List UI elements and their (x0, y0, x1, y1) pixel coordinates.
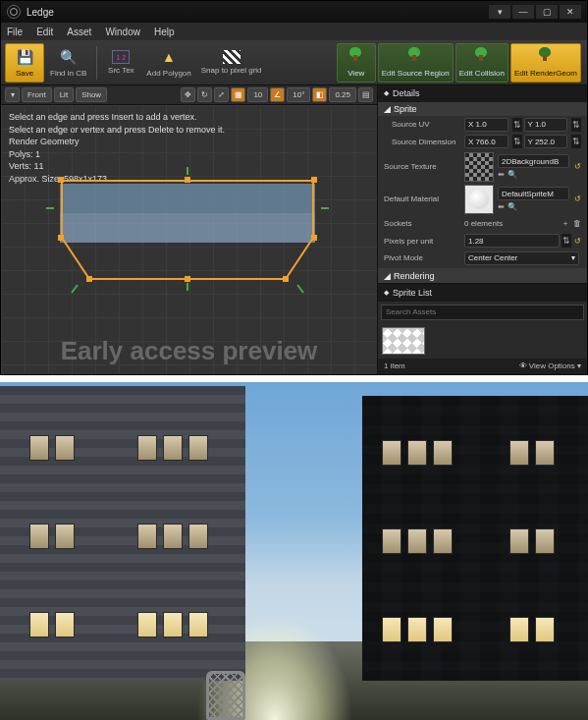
reset-icon[interactable]: ↺ (574, 237, 581, 246)
sprite-list-header[interactable]: ◆Sprite List (378, 284, 587, 302)
snap-label: Snap to pixel grid (201, 66, 262, 75)
sprite-editor-window: Ledge ▾ — ▢ ✕ File Edit Asset Window Hel… (0, 0, 588, 375)
svg-rect-1 (60, 213, 315, 243)
search-placeholder: Search Assets (386, 307, 436, 316)
save-icon: 💾 (15, 47, 34, 67)
sprite-geometry[interactable] (60, 179, 315, 287)
svg-rect-0 (60, 184, 315, 213)
sprite-thumb[interactable] (382, 327, 425, 355)
sprite-section-label: Sprite (394, 104, 417, 114)
sockets-row: Sockets 0 elements ＋ 🗑 (378, 215, 587, 232)
menu-edit[interactable]: Edit (36, 27, 53, 37)
tree-icon (536, 47, 556, 67)
src-tex-button[interactable]: 1 2 Src Tex (101, 43, 140, 83)
sprite-section[interactable]: ◢Sprite (378, 102, 587, 117)
save-button[interactable]: 💾 Save (5, 43, 44, 83)
source-uv-y[interactable]: Y 1.0 (524, 118, 568, 132)
menu-help[interactable]: Help (154, 27, 175, 37)
search-input[interactable]: Search Assets (381, 305, 584, 320)
spinner-icon[interactable]: ⇅ (512, 135, 522, 148)
reset-icon[interactable]: ↺ (574, 194, 581, 203)
hint-line-2: Select an edge or vertex and press Delet… (9, 124, 225, 137)
source-dim-y[interactable]: Y 252.0 (524, 135, 568, 148)
viewport-toolbar: ▾ Front Lit Show ✥ ↻ ⤢ ▦ 10 ∠ 10° ◧ 0.25… (1, 85, 377, 105)
clear-icon[interactable]: 🗑 (573, 219, 581, 228)
edit-render-geom-button[interactable]: Edit RenderGeom (510, 43, 581, 83)
default-material-row: Default Material DefaultSpriteM ⬅ 🔍 ↺ (378, 183, 587, 215)
details-title: Details (393, 88, 420, 98)
window-title: Ledge (27, 7, 54, 18)
add-polygon-button[interactable]: ▲ Add Polygon (142, 43, 194, 83)
pivot-row: Pivot Mode Center Center▾ (378, 249, 587, 266)
pivot-value[interactable]: Center Center▾ (464, 251, 579, 265)
default-material-value[interactable]: DefaultSpriteM (498, 187, 569, 200)
window-dropdown-icon[interactable]: ▾ (489, 5, 510, 19)
minimize-button[interactable]: — (512, 5, 534, 19)
rendering-section[interactable]: ◢Rendering (378, 268, 587, 283)
snap-button[interactable]: Snap to pixel grid (197, 43, 266, 83)
svg-rect-6 (311, 235, 317, 241)
polys-label: Polys: 1 (9, 148, 225, 161)
source-dim-label: Source Dimension (384, 138, 464, 146)
viewport-lit[interactable]: Lit (54, 87, 74, 102)
view-options-button[interactable]: 👁 View Options ▾ (519, 361, 581, 370)
transform-move-icon[interactable]: ✥ (181, 87, 195, 102)
add-icon[interactable]: ＋ (561, 218, 569, 229)
spinner-icon[interactable]: ⇅ (571, 118, 581, 132)
source-dim-x[interactable]: X 766.0 (464, 135, 508, 148)
spinner-icon[interactable]: ⇅ (571, 135, 581, 148)
close-button[interactable]: ✕ (560, 5, 581, 19)
svg-rect-8 (185, 276, 190, 282)
maximize-button[interactable]: ▢ (536, 5, 558, 19)
sockets-value: 0 elements (464, 219, 561, 228)
browse-asset-icon[interactable]: 🔍 (508, 202, 517, 211)
reset-icon[interactable]: ↺ (574, 162, 581, 171)
edit-source-region-button[interactable]: Edit Source Region (378, 43, 454, 83)
sprite-list-status: 1 item 👁 View Options ▾ (378, 359, 587, 374)
use-asset-icon[interactable]: ⬅ (498, 202, 505, 211)
sprite-grid (378, 323, 587, 359)
angle-snap-value[interactable]: 10° (287, 87, 310, 102)
grid-snap-toggle[interactable]: ▦ (231, 87, 245, 102)
toolbar-divider (96, 46, 97, 80)
angle-snap-toggle[interactable]: ∠ (270, 87, 285, 102)
viewport-front[interactable]: Front (22, 87, 52, 102)
details-panel-header[interactable]: ◆Details (378, 85, 587, 102)
ppu-value[interactable]: 1.28 (464, 234, 560, 248)
viewport-show[interactable]: Show (76, 87, 107, 102)
edit-collision-button[interactable]: Edit Collision (455, 43, 508, 83)
titlebar[interactable]: Ledge ▾ — ▢ ✕ (1, 1, 587, 23)
default-material-thumb[interactable] (464, 185, 494, 214)
find-in-cb-button[interactable]: 🔍 Find in CB (46, 43, 90, 83)
spinner-icon[interactable]: ⇅ (512, 118, 522, 132)
scale-snap-value[interactable]: 0.25 (329, 87, 356, 102)
browse-asset-icon[interactable]: 🔍 (508, 170, 517, 179)
edit-src-label: Edit Source Region (382, 69, 450, 78)
camera-speed-icon[interactable]: ▤ (358, 87, 373, 102)
svg-rect-9 (86, 276, 92, 282)
app-logo-icon (7, 5, 21, 19)
sprite-list-title: Sprite List (393, 288, 432, 298)
save-label: Save (16, 69, 33, 78)
source-texture-value[interactable]: 2DBackgroundB (498, 154, 569, 168)
rendering-label: Rendering (394, 271, 435, 281)
checker-icon (223, 50, 241, 64)
triangle-icon: ▲ (159, 47, 179, 67)
view-button[interactable]: View (337, 43, 376, 83)
grid-snap-value[interactable]: 10 (247, 87, 268, 102)
tree-icon (347, 47, 366, 67)
viewport-menu-icon[interactable]: ▾ (5, 87, 20, 102)
find-label: Find in CB (50, 69, 86, 78)
transform-scale-icon[interactable]: ⤢ (214, 87, 229, 102)
use-asset-icon[interactable]: ⬅ (498, 170, 505, 179)
transform-rotate-icon[interactable]: ↻ (197, 87, 212, 102)
spinner-icon[interactable]: ⇅ (561, 234, 571, 248)
menu-file[interactable]: File (7, 27, 23, 37)
viewport[interactable]: Select an edge and press Insert to add a… (1, 105, 377, 374)
source-uv-x[interactable]: X 1.0 (464, 118, 508, 132)
menu-window[interactable]: Window (105, 27, 140, 37)
source-uv-label: Source UV (384, 120, 464, 129)
scale-snap-toggle[interactable]: ◧ (312, 87, 327, 102)
source-texture-thumb[interactable] (464, 152, 494, 182)
menu-asset[interactable]: Asset (67, 27, 91, 37)
